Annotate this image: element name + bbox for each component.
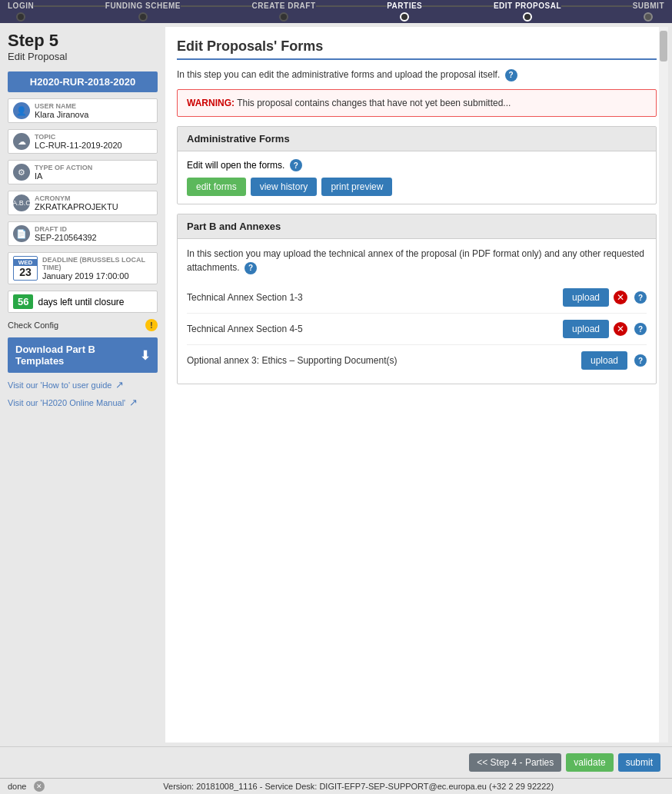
draft-content: DRAFT ID SEP-210564392 [35,225,97,242]
user-icon: 👤 [13,102,30,119]
nav-step-login[interactable]: LOGIN [8,2,34,22]
nav-step-draft-dot [279,12,288,22]
draft-icon: 📄 [13,225,30,242]
topic-label: TOPIC [35,133,122,141]
sidebar: Step 5 Edit Proposal H2020-RUR-2018-2020… [0,23,165,746]
nav-step-submit-label: SUBMIT [633,2,664,10]
check-config-row[interactable]: Check Config ! [8,319,158,331]
scroll-track [659,27,668,743]
acronym-row: A.B.C ACRONYM ZKRATKAPROJEKTU [8,191,158,215]
check-config-label: Check Config [8,321,58,330]
remove-icon-1[interactable]: ✕ [614,291,627,304]
nav-step-edit-label: EDIT PROPOSAL [494,2,561,10]
days-badge: 56 [13,294,33,309]
calendar-box: WED 23 [13,256,38,281]
nav-connector-2 [181,5,252,7]
calendar-day-num: 23 [19,266,32,278]
nav-step-draft[interactable]: CREATE DRAFT [252,2,316,22]
nav-step-login-label: LOGIN [8,2,34,10]
days-left-text: days left until closure [38,297,124,307]
deadline-row: WED 23 DEADLINE (Brussels Local Time) Ja… [8,252,158,284]
step-number: Step 5 [8,31,158,51]
nav-step-login-dot [16,12,25,22]
step-title: Step 5 Edit Proposal [8,31,158,62]
howto-link[interactable]: Visit our 'How to' user guide ↗ [8,379,158,390]
topic-row: ☁ TOPIC LC-RUR-11-2019-2020 [8,129,158,154]
status-done: done [8,782,26,791]
bottom-bar: << Step 4 - Parties validate submit [0,746,672,778]
back-button[interactable]: << Step 4 - Parties [469,753,561,772]
upload-button-2[interactable]: upload [563,320,609,338]
user-name-content: USER NAME Klara Jiranova [35,102,88,119]
annex-row-3: Optional annex 3: Ethics – Supporting Do… [187,345,647,376]
warning-text: This proposal contains changes that have… [237,98,511,108]
part-b-body: In this section you may upload the techn… [178,239,656,384]
deadline-date: January 2019 17:00:00 [42,271,152,281]
ext-link-icon-1: ↗ [115,379,124,390]
h2020-manual-link[interactable]: Visit our 'H2020 Online Manual' ↗ [8,397,158,408]
nav-step-parties[interactable]: PARTIES [387,2,422,22]
status-version: Version: 20181008_1116 - Service Desk: D… [52,782,664,791]
page-title: Edit Proposals' Forms [177,38,657,60]
admin-forms-buttons: edit forms view history print preview [187,178,647,196]
nav-step-funding[interactable]: FUNDING SCHEME [105,2,181,22]
nav-step-edit-dot [523,12,532,22]
admin-forms-edit-note: Edit will open the forms. [187,160,284,171]
top-navigation: LOGIN FUNDING SCHEME CREATE DRAFT PARTIE… [0,0,672,23]
part-b-help-icon[interactable]: ? [245,262,257,274]
type-row: ⚙ TYPE OF ACTION IA [8,160,158,184]
type-content: TYPE OF ACTION IA [35,164,92,181]
topic-content: TOPIC LC-RUR-11-2019-2020 [35,133,122,150]
status-bar: done ✕ Version: 20181008_1116 - Service … [0,778,672,794]
acronym-value: ZKRATKAPROJEKTU [35,202,118,211]
upload-button-1[interactable]: upload [563,288,609,307]
download-btn-label: Download Part B Templates [15,344,140,367]
nav-step-edit[interactable]: EDIT PROPOSAL [494,2,561,22]
part-b-section: Part B and Annexes In this section you m… [177,214,657,384]
part-b-description: In this section you may upload the techn… [187,247,647,274]
nav-step-parties-dot [400,12,409,22]
status-close-button[interactable]: ✕ [34,781,45,792]
admin-forms-help-icon[interactable]: ? [290,159,302,171]
warning-label: WARNING: [187,98,235,108]
nav-step-parties-label: PARTIES [387,2,422,10]
days-left-row: 56 days left until closure [8,291,158,313]
validate-button[interactable]: validate [566,753,613,772]
annex-row-2: Technical Annex Section 4-5 upload ✕ ? [187,314,647,345]
type-icon: ⚙ [13,164,30,181]
annex-row-1: Technical Annex Section 1-3 upload ✕ ? [187,282,647,314]
annex-label-1: Technical Annex Section 1-3 [187,292,563,303]
print-preview-button[interactable]: print preview [321,178,392,196]
download-icon: ⬇ [140,348,150,363]
edit-forms-button[interactable]: edit forms [187,178,246,196]
admin-forms-header: Administrative Forms [178,127,656,151]
download-part-b-button[interactable]: Download Part B Templates ⬇ [8,337,158,373]
acronym-icon: A.B.C [13,194,30,211]
annex-help-icon-3[interactable]: ? [634,354,647,367]
admin-forms-body: Edit will open the forms. ? edit forms v… [178,151,656,204]
submit-button[interactable]: submit [618,753,660,772]
nav-connector-1 [34,5,105,7]
content-area: Edit Proposals' Forms In this step you c… [165,27,668,743]
nav-step-submit[interactable]: SUBMIT [633,2,664,22]
scroll-thumb[interactable] [660,31,667,61]
nav-connector-4 [422,5,494,7]
topic-icon: ☁ [13,133,30,150]
annex-help-icon-1[interactable]: ? [634,291,647,304]
type-label: TYPE OF ACTION [35,164,92,171]
annex-help-icon-2[interactable]: ? [634,323,647,335]
view-history-button[interactable]: view history [251,178,318,196]
admin-forms-section: Administrative Forms Edit will open the … [177,126,657,204]
warning-box: WARNING: This proposal contains changes … [177,89,657,117]
draft-label: DRAFT ID [35,225,97,233]
intro-text-content: In this step you can edit the administra… [177,69,500,80]
intro-help-icon[interactable]: ? [505,69,517,81]
annex-label-2: Technical Annex Section 4-5 [187,324,563,334]
acronym-content: ACRONYM ZKRATKAPROJEKTU [35,194,118,211]
nav-step-submit-dot [644,12,653,22]
h2020-manual-link-text: Visit our 'H2020 Online Manual' [8,398,125,407]
project-id: H2020-RUR-2018-2020 [8,71,158,92]
nav-step-funding-label: FUNDING SCHEME [105,2,181,10]
remove-icon-2[interactable]: ✕ [614,322,627,336]
upload-button-3[interactable]: upload [581,351,627,370]
